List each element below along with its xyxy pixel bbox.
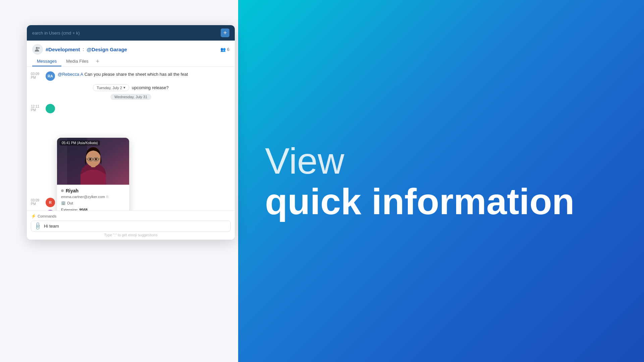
chat-app: + #Development : @Design Garage 👥 6 Mess… [27,25,235,240]
commands-icon: ⚡ [31,214,36,219]
message-time: 12:11 PM [31,104,43,112]
message-input[interactable] [44,224,227,229]
profile-popup: 05:41 PM (Asia/Kolkata) Riyah emma.cartn… [57,138,129,210]
input-row: 📎 [31,221,231,232]
profile-extension: Extension: 9568 [61,208,125,210]
tab-add-button[interactable]: + [93,57,102,66]
add-button[interactable]: + [221,28,229,37]
search-input[interactable] [32,31,218,36]
chevron-down-icon: ▾ [123,85,125,90]
date-divider-tuesday: Tuesday, July 2 ▾ upcoming release? [27,84,235,91]
commands-row: ⚡ Commands [31,214,231,219]
mention: @Rebecca A [58,72,83,77]
tabs-row: Messages Media Files + [32,57,229,66]
svg-point-1 [38,47,40,49]
channel-avatar [32,44,43,55]
channel-subname: @Design Garage [87,47,127,52]
copy-icon[interactable]: ⎘ [106,195,109,199]
date-label: Tuesday, July 2 [97,86,122,90]
message-suffix: upcoming release? [132,85,169,90]
hero-line-1: View [265,140,575,181]
right-panel: View quick information [238,0,644,362]
profile-timestamp: 05:41 PM (Asia/Kolkata) [60,140,100,145]
avatar-purple [46,210,55,210]
profile-email: emma.cartner@zylker.com ⎘ [61,195,125,199]
svg-line-10 [87,159,88,159]
hero-line-2: quick information [265,181,575,222]
message-time: 03:09 PM [31,198,43,206]
date-dropdown-tuesday[interactable]: Tuesday, July 2 ▾ [93,84,129,91]
hero-text: View quick information [265,140,575,222]
channel-header: #Development : @Design Garage 👥 6 Messag… [27,41,235,67]
channel-separator: : [83,47,84,52]
svg-point-0 [36,47,38,49]
tab-messages[interactable]: Messages [32,57,61,66]
channel-name: #Development [46,47,80,52]
message-content: @Rebecca A Can you please share the shee… [58,71,231,77]
input-hint: Type ":" to get emoji suggestions [31,233,231,237]
building-icon: 🏢 [61,201,66,205]
message-row-riyah: 12:11 PM [31,104,231,113]
message-with-popup: 12:11 PM [27,103,235,116]
commands-label: Commands [38,214,56,218]
svg-line-11 [98,159,100,159]
date-pill-wednesday: Wednesday, July 31 [110,94,151,100]
message-time: 03:09 PM [31,71,43,79]
profile-image: 05:41 PM (Asia/Kolkata) [57,138,129,185]
attachment-icon[interactable]: 📎 [33,222,43,231]
left-panel: + #Development : @Design Garage 👥 6 Mess… [0,0,238,362]
avatar: RA [46,71,55,81]
message-time: 03:11 PM [31,210,43,210]
member-count: 6 [227,47,229,52]
search-bar: + [27,25,235,41]
status-dot [61,189,64,192]
svg-point-13 [95,158,97,160]
member-icon: 👥 [220,47,226,52]
channel-members: 👥 6 [220,47,229,52]
date-divider-wednesday: Wednesday, July 31 [32,94,229,100]
svg-point-12 [89,158,91,160]
tab-media-files[interactable]: Media Files [61,57,93,66]
messages-area: 03:09 PM RA @Rebecca A Can you please sh… [27,67,235,210]
profile-name: Riyah [66,188,78,193]
avatar-red: R [46,198,55,207]
profile-info: Riyah emma.cartner@zylker.com ⎘ 🏢 Out Ex… [57,185,129,210]
avatar-teal [46,104,55,113]
message-row: 03:09 PM RA @Rebecca A Can you please sh… [27,70,235,82]
profile-status: 🏢 Out [61,201,125,205]
chat-input-area: ⚡ Commands 📎 Type ":" to get emoji sugge… [27,210,235,240]
